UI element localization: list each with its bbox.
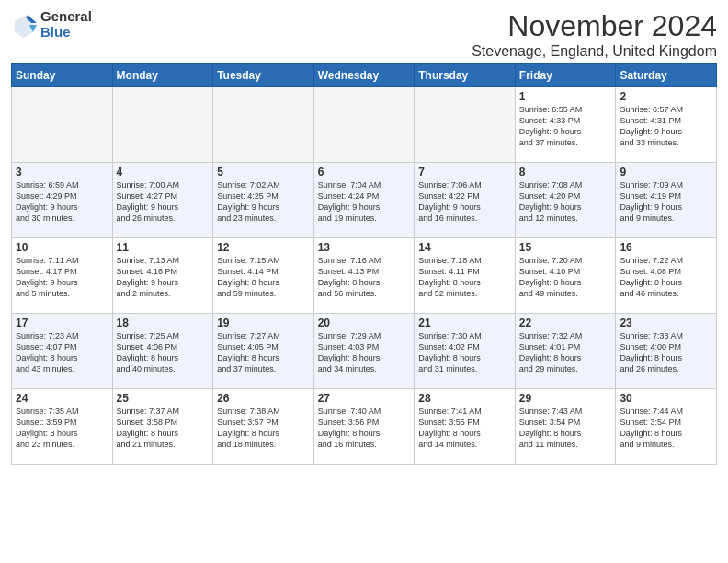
day-info: Sunrise: 7:18 AM Sunset: 4:11 PM Dayligh… — [418, 255, 511, 300]
table-cell: 2Sunrise: 6:57 AM Sunset: 4:31 PM Daylig… — [616, 87, 717, 163]
day-number: 21 — [418, 316, 511, 329]
day-number: 23 — [620, 316, 712, 329]
day-info: Sunrise: 7:30 AM Sunset: 4:02 PM Dayligh… — [418, 330, 511, 375]
table-cell: 25Sunrise: 7:37 AM Sunset: 3:58 PM Dayli… — [112, 389, 213, 465]
logo-text: General Blue — [40, 9, 92, 40]
header-friday: Friday — [515, 64, 616, 87]
header-wednesday: Wednesday — [313, 64, 415, 87]
header-thursday: Thursday — [415, 64, 516, 87]
day-number: 18 — [117, 316, 210, 329]
day-number: 26 — [217, 392, 310, 405]
day-info: Sunrise: 7:20 AM Sunset: 4:10 PM Dayligh… — [519, 255, 612, 300]
day-number: 7 — [418, 166, 511, 178]
table-cell: 10Sunrise: 7:11 AM Sunset: 4:17 PM Dayli… — [12, 238, 113, 314]
header-tuesday: Tuesday — [213, 64, 314, 87]
table-cell: 9Sunrise: 7:09 AM Sunset: 4:19 PM Daylig… — [616, 163, 717, 238]
day-number: 8 — [519, 166, 612, 178]
day-info: Sunrise: 7:04 AM Sunset: 4:24 PM Dayligh… — [318, 179, 411, 224]
day-info: Sunrise: 7:35 AM Sunset: 3:59 PM Dayligh… — [16, 406, 108, 451]
table-cell: 20Sunrise: 7:29 AM Sunset: 4:03 PM Dayli… — [313, 314, 415, 389]
table-cell: 28Sunrise: 7:41 AM Sunset: 3:55 PM Dayli… — [415, 389, 516, 465]
day-info: Sunrise: 7:11 AM Sunset: 4:17 PM Dayligh… — [16, 255, 108, 300]
day-info: Sunrise: 7:00 AM Sunset: 4:27 PM Dayligh… — [117, 179, 210, 224]
table-cell — [12, 87, 113, 163]
header-saturday: Saturday — [616, 64, 717, 87]
table-cell: 7Sunrise: 7:06 AM Sunset: 4:22 PM Daylig… — [415, 163, 516, 238]
day-number: 4 — [117, 166, 210, 178]
day-info: Sunrise: 7:23 AM Sunset: 4:07 PM Dayligh… — [16, 330, 108, 375]
table-cell: 23Sunrise: 7:33 AM Sunset: 4:00 PM Dayli… — [616, 314, 717, 389]
day-info: Sunrise: 7:25 AM Sunset: 4:06 PM Dayligh… — [117, 330, 210, 375]
day-number: 11 — [117, 241, 210, 254]
day-info: Sunrise: 7:44 AM Sunset: 3:54 PM Dayligh… — [620, 406, 712, 451]
logo-icon — [11, 12, 37, 38]
day-info: Sunrise: 7:43 AM Sunset: 3:54 PM Dayligh… — [519, 406, 612, 451]
day-number: 16 — [620, 241, 712, 254]
table-cell: 15Sunrise: 7:20 AM Sunset: 4:10 PM Dayli… — [515, 238, 616, 314]
day-info: Sunrise: 7:09 AM Sunset: 4:19 PM Dayligh… — [620, 179, 712, 224]
table-cell: 3Sunrise: 6:59 AM Sunset: 4:29 PM Daylig… — [12, 163, 113, 238]
table-cell: 16Sunrise: 7:22 AM Sunset: 4:08 PM Dayli… — [616, 238, 717, 314]
day-number: 19 — [217, 316, 310, 329]
day-info: Sunrise: 7:02 AM Sunset: 4:25 PM Dayligh… — [217, 179, 310, 224]
table-cell: 24Sunrise: 7:35 AM Sunset: 3:59 PM Dayli… — [12, 389, 113, 465]
day-number: 20 — [318, 316, 411, 329]
table-cell: 19Sunrise: 7:27 AM Sunset: 4:05 PM Dayli… — [213, 314, 314, 389]
table-cell: 21Sunrise: 7:30 AM Sunset: 4:02 PM Dayli… — [415, 314, 516, 389]
day-info: Sunrise: 7:40 AM Sunset: 3:56 PM Dayligh… — [318, 406, 411, 451]
table-cell — [112, 87, 213, 163]
day-number: 12 — [217, 241, 310, 254]
day-number: 24 — [16, 392, 108, 405]
header-row: Sunday Monday Tuesday Wednesday Thursday… — [12, 64, 717, 87]
logo-general: General — [40, 9, 92, 25]
table-cell: 27Sunrise: 7:40 AM Sunset: 3:56 PM Dayli… — [313, 389, 415, 465]
table-cell: 5Sunrise: 7:02 AM Sunset: 4:25 PM Daylig… — [213, 163, 314, 238]
page-container: General Blue November 2024 Stevenage, En… — [0, 0, 728, 472]
day-number: 6 — [318, 166, 411, 178]
title-section: November 2024 Stevenage, England, United… — [472, 9, 717, 60]
week-row-3: 17Sunrise: 7:23 AM Sunset: 4:07 PM Dayli… — [12, 314, 717, 389]
table-cell: 14Sunrise: 7:18 AM Sunset: 4:11 PM Dayli… — [415, 238, 516, 314]
day-info: Sunrise: 7:08 AM Sunset: 4:20 PM Dayligh… — [519, 179, 612, 224]
day-info: Sunrise: 7:16 AM Sunset: 4:13 PM Dayligh… — [318, 255, 411, 300]
calendar-table: Sunday Monday Tuesday Wednesday Thursday… — [11, 63, 717, 465]
table-cell: 18Sunrise: 7:25 AM Sunset: 4:06 PM Dayli… — [112, 314, 213, 389]
table-cell: 4Sunrise: 7:00 AM Sunset: 4:27 PM Daylig… — [112, 163, 213, 238]
day-info: Sunrise: 6:55 AM Sunset: 4:33 PM Dayligh… — [519, 104, 612, 149]
table-cell: 11Sunrise: 7:13 AM Sunset: 4:16 PM Dayli… — [112, 238, 213, 314]
day-info: Sunrise: 7:29 AM Sunset: 4:03 PM Dayligh… — [318, 330, 411, 375]
table-cell: 13Sunrise: 7:16 AM Sunset: 4:13 PM Dayli… — [313, 238, 415, 314]
day-number: 30 — [620, 392, 712, 405]
day-number: 10 — [16, 241, 108, 254]
table-cell: 22Sunrise: 7:32 AM Sunset: 4:01 PM Dayli… — [515, 314, 616, 389]
day-number: 2 — [620, 90, 712, 103]
day-info: Sunrise: 7:06 AM Sunset: 4:22 PM Dayligh… — [418, 179, 511, 224]
day-info: Sunrise: 7:41 AM Sunset: 3:55 PM Dayligh… — [418, 406, 511, 451]
day-info: Sunrise: 7:13 AM Sunset: 4:16 PM Dayligh… — [117, 255, 210, 300]
day-number: 28 — [418, 392, 511, 405]
day-number: 17 — [16, 316, 108, 329]
day-number: 27 — [318, 392, 411, 405]
day-number: 15 — [519, 241, 612, 254]
week-row-1: 3Sunrise: 6:59 AM Sunset: 4:29 PM Daylig… — [12, 163, 717, 238]
day-info: Sunrise: 7:15 AM Sunset: 4:14 PM Dayligh… — [217, 255, 310, 300]
table-cell: 1Sunrise: 6:55 AM Sunset: 4:33 PM Daylig… — [515, 87, 616, 163]
table-cell — [415, 87, 516, 163]
day-info: Sunrise: 7:22 AM Sunset: 4:08 PM Dayligh… — [620, 255, 712, 300]
header-sunday: Sunday — [12, 64, 113, 87]
day-number: 14 — [418, 241, 511, 254]
day-number: 29 — [519, 392, 612, 405]
day-info: Sunrise: 7:37 AM Sunset: 3:58 PM Dayligh… — [117, 406, 210, 451]
day-info: Sunrise: 7:27 AM Sunset: 4:05 PM Dayligh… — [217, 330, 310, 375]
table-cell: 8Sunrise: 7:08 AM Sunset: 4:20 PM Daylig… — [515, 163, 616, 238]
day-info: Sunrise: 7:33 AM Sunset: 4:00 PM Dayligh… — [620, 330, 712, 375]
day-number: 13 — [318, 241, 411, 254]
table-cell: 26Sunrise: 7:38 AM Sunset: 3:57 PM Dayli… — [213, 389, 314, 465]
week-row-4: 24Sunrise: 7:35 AM Sunset: 3:59 PM Dayli… — [12, 389, 717, 465]
day-info: Sunrise: 6:59 AM Sunset: 4:29 PM Dayligh… — [16, 179, 108, 224]
day-number: 22 — [519, 316, 612, 329]
day-number: 1 — [519, 90, 612, 103]
day-number: 5 — [217, 166, 310, 178]
location: Stevenage, England, United Kingdom — [472, 43, 717, 60]
header-monday: Monday — [112, 64, 213, 87]
